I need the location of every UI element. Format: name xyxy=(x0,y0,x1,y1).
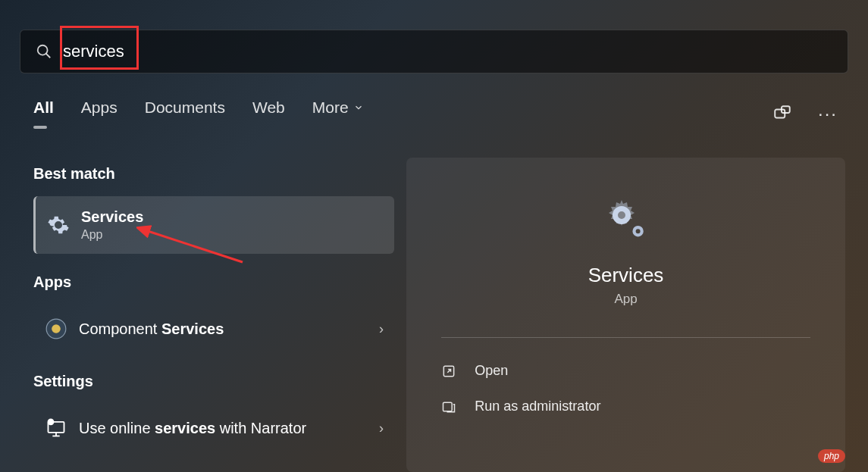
result-component-services[interactable]: Component Services › xyxy=(33,305,394,353)
tab-documents[interactable]: Documents xyxy=(145,98,225,124)
search-bar[interactable] xyxy=(20,30,848,73)
filter-tabs: All Apps Documents Web More xyxy=(33,98,835,124)
chevron-right-icon: › xyxy=(379,420,384,436)
svg-rect-4 xyxy=(775,110,785,118)
text-prefix: Use online xyxy=(79,420,155,436)
watermark: php xyxy=(818,449,845,463)
section-best-match: Best match xyxy=(33,165,394,183)
text-match: services xyxy=(155,420,215,436)
text-suffix: with Narrator xyxy=(215,420,306,436)
tab-web[interactable]: Web xyxy=(252,98,285,124)
result-services[interactable]: Services App xyxy=(33,196,394,254)
chevron-down-icon xyxy=(353,102,364,113)
tab-more[interactable]: More xyxy=(312,98,364,124)
result-subtitle: App xyxy=(81,228,143,242)
component-icon xyxy=(44,317,68,341)
section-settings: Settings xyxy=(33,373,394,390)
action-open[interactable]: Open xyxy=(441,353,810,389)
details-subtitle: App xyxy=(614,292,637,307)
monitor-icon xyxy=(44,416,68,440)
svg-line-1 xyxy=(46,54,51,58)
details-title: Services xyxy=(588,264,664,287)
result-title: Use online services with Narrator xyxy=(79,420,306,437)
result-title: Component Services xyxy=(79,320,224,338)
action-label: Run as administrator xyxy=(475,399,600,414)
search-icon xyxy=(36,43,52,60)
admin-icon xyxy=(441,399,456,414)
svg-point-11 xyxy=(49,419,54,424)
svg-rect-13 xyxy=(443,402,453,411)
gear-icon-large xyxy=(602,198,650,247)
svg-point-0 xyxy=(38,45,48,55)
result-title: Services xyxy=(81,208,143,226)
more-options-icon[interactable]: ··· xyxy=(818,103,838,124)
result-narrator-services[interactable]: Use online services with Narrator › xyxy=(33,404,394,452)
open-icon xyxy=(441,364,456,379)
divider xyxy=(441,337,810,338)
section-apps: Apps xyxy=(33,274,394,291)
action-label: Open xyxy=(475,363,508,379)
chevron-right-icon: › xyxy=(379,321,384,337)
chat-icon[interactable] xyxy=(772,104,792,123)
svg-point-7 xyxy=(52,324,61,333)
tab-apps[interactable]: Apps xyxy=(81,98,118,124)
tab-all[interactable]: All xyxy=(33,98,54,124)
gear-icon xyxy=(46,213,71,237)
action-run-admin[interactable]: Run as administrator xyxy=(441,389,810,424)
text-match: Services xyxy=(161,320,224,337)
tab-more-label: More xyxy=(312,98,349,117)
toolbar-right: ··· xyxy=(772,103,838,124)
details-panel: Services App Open Run as administrator xyxy=(406,158,845,472)
text-prefix: Component xyxy=(79,320,161,337)
action-list: Open Run as administrator xyxy=(441,353,810,424)
results-column: Best match Services App Apps Component S… xyxy=(33,165,394,452)
search-input[interactable] xyxy=(63,42,366,61)
